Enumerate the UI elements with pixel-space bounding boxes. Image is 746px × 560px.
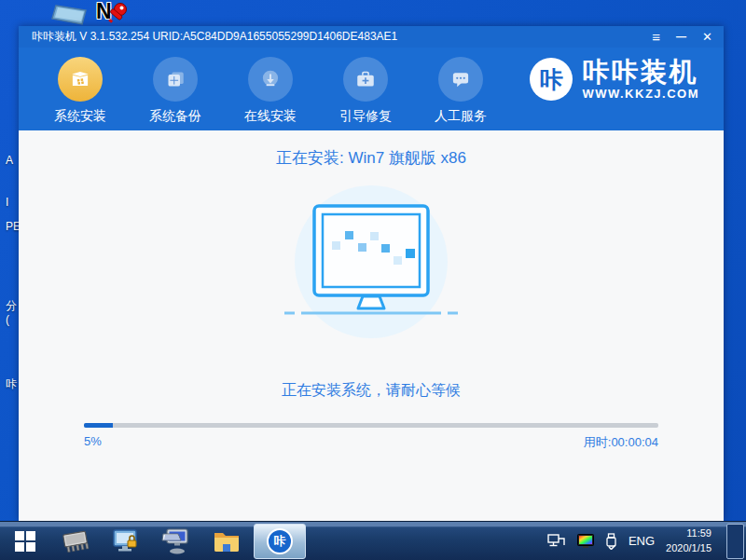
kaka-app-icon: 咔: [267, 528, 293, 554]
chat-bubble-icon: [438, 57, 483, 102]
close-button[interactable]: ✕: [702, 31, 712, 43]
nav-item-label: 系统安装: [54, 108, 106, 125]
navbar: 系统安装 系统备份: [19, 48, 724, 130]
desktop-icon-label-fragment: (: [6, 313, 9, 326]
nav-item-label: 系统备份: [149, 108, 201, 125]
start-button[interactable]: [0, 522, 50, 560]
nav-item-boot-repair[interactable]: 引导修复: [332, 57, 399, 130]
taskbar-keyboard-icon[interactable]: [151, 522, 201, 560]
menu-button[interactable]: ≡: [652, 30, 660, 44]
nav-item-label: 引导修复: [339, 108, 392, 125]
nav-item-system-backup[interactable]: 系统备份: [142, 57, 209, 130]
progress-percent: 5%: [84, 434, 102, 451]
window-title: 咔咔装机 V 3.1.532.254 URID:A5C84DD9A1655055…: [32, 29, 652, 45]
tray-time: 11:59: [666, 526, 711, 541]
nav-item-system-install[interactable]: 系统安装: [47, 57, 114, 130]
taskbar-display-lock-icon[interactable]: [101, 522, 151, 560]
brand-logo: 咔 咔咔装机 WWW.KKZJ.COM: [530, 58, 699, 101]
nav-item-label: 人工服务: [435, 108, 487, 125]
desktop: N AIPE分(咔 咔咔装机 V 3.1.532.254 URID:A5C84D…: [0, 0, 746, 560]
progress-fill: [84, 423, 113, 428]
backup-layers-icon: [153, 57, 198, 102]
desktop-icon-label-fragment: 咔: [6, 376, 17, 392]
desktop-icon-label-fragment: A: [6, 154, 13, 167]
nav-item-live-support[interactable]: 人工服务: [427, 57, 494, 130]
brand-url: WWW.KKZJ.COM: [582, 87, 699, 101]
brand-name: 咔咔装机: [582, 58, 699, 86]
content-area: 正在安装: Win7 旗舰版 x86: [19, 130, 724, 521]
taskbar-clock[interactable]: 11:59 2020/1/15: [666, 526, 711, 556]
nav-item-label: 在线安装: [244, 108, 297, 125]
taskbar: 咔: [0, 521, 746, 560]
desktop-icon-label-fragment: I: [6, 196, 8, 209]
installer-window: 咔咔装机 V 3.1.532.254 URID:A5C84DD9A1655055…: [19, 26, 724, 521]
nav-item-online-install[interactable]: 在线安装: [237, 57, 304, 130]
kaka-logo-icon: 咔: [530, 58, 573, 101]
tray-date: 2020/1/15: [666, 541, 711, 556]
progress-bar: 5% 用时:00:00:04: [84, 423, 658, 451]
elapsed-time: 用时:00:00:04: [584, 434, 658, 451]
windows-logo-icon: [14, 530, 36, 553]
show-desktop-button[interactable]: [726, 524, 744, 559]
red-key-icon: [108, 4, 126, 23]
status-text: 正在安装系统，请耐心等候: [19, 381, 724, 401]
display-settings-icon[interactable]: [577, 534, 594, 549]
usb-icon[interactable]: [605, 533, 617, 550]
taskbar-folder-icon[interactable]: [201, 522, 252, 560]
language-indicator[interactable]: ENG: [629, 534, 655, 548]
minimize-button[interactable]: —: [676, 32, 686, 42]
desktop-icon-label-fragment: 分: [6, 298, 17, 314]
taskbar-kaka-app-button[interactable]: 咔: [254, 524, 306, 559]
network-icon[interactable]: [547, 533, 566, 549]
install-box-icon: [58, 57, 103, 102]
desktop-icon-n-key[interactable]: N: [96, 1, 133, 26]
repair-toolbox-icon: [343, 57, 388, 102]
download-icon: [248, 57, 293, 102]
titlebar[interactable]: 咔咔装机 V 3.1.532.254 URID:A5C84DD9A1655055…: [19, 26, 724, 48]
monitor-illustration: [283, 182, 460, 342]
progress-track: [84, 423, 658, 428]
taskbar-chip-icon[interactable]: [50, 522, 101, 560]
window-controls: ≡ — ✕: [652, 30, 712, 44]
installing-title: 正在安装: Win7 旗舰版 x86: [19, 147, 724, 169]
